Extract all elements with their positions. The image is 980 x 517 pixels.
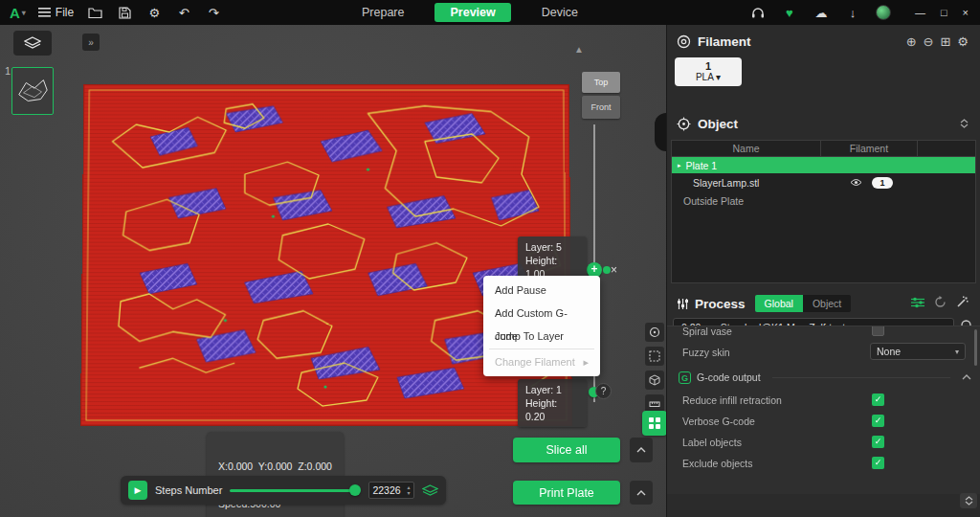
close-button[interactable]: × [963, 7, 969, 18]
steps-value-box[interactable]: 22326 ▴ ▾ [368, 482, 414, 499]
tune-icon [911, 297, 924, 308]
setting-label: Verbose G-code [682, 416, 755, 427]
steps-slider[interactable] [230, 484, 361, 496]
app-logo[interactable]: A▾ [10, 5, 26, 21]
menu-item-add-pause[interactable]: Add Pause [483, 279, 600, 302]
chevron-up-icon[interactable] [962, 374, 971, 380]
assembly-button[interactable] [645, 371, 664, 390]
setting-row-verbose-gcode: Verbose G-code ✓ [667, 411, 980, 432]
help-button[interactable]: ? [595, 383, 612, 399]
filament-spool-icon [677, 34, 691, 49]
panel-expand-button[interactable] [960, 493, 977, 508]
favorite-button[interactable]: ♥ [781, 4, 798, 21]
preview-viewport[interactable]: » 1 [0, 25, 666, 517]
open-file-button[interactable] [86, 4, 103, 21]
ruler-icon [649, 398, 660, 410]
menu-item-jump-to-layer[interactable]: Jump To Layer [483, 325, 600, 348]
user-avatar[interactable] [876, 5, 891, 20]
maximize-button[interactable]: □ [941, 7, 947, 18]
setting-label: Exclude objects [682, 458, 753, 469]
steps-slider-knob[interactable] [349, 484, 361, 496]
spiral-vase-checkbox[interactable] [872, 326, 884, 336]
eye-icon [850, 178, 862, 187]
spin-down-icon[interactable]: ▾ [407, 490, 410, 496]
measure-button[interactable] [645, 323, 664, 342]
print-options-button[interactable] [630, 481, 653, 505]
redo-button[interactable]: ↷ [205, 4, 222, 21]
grid-icon [648, 416, 661, 430]
play-button[interactable]: ▶ [128, 481, 147, 500]
exclude-objects-checkbox[interactable]: ✓ [872, 457, 884, 469]
menu-item-add-custom-gcode[interactable]: Add Custom G-code [483, 302, 600, 325]
flush-options-button[interactable]: ⊞ [940, 34, 950, 49]
reset-button[interactable] [934, 296, 947, 311]
plate-thumbnail[interactable] [11, 67, 54, 115]
steps-value[interactable]: 22326 [369, 484, 404, 496]
tab-device[interactable]: Device [532, 3, 588, 22]
column-name: Name [672, 141, 821, 156]
clip-button[interactable] [645, 347, 664, 366]
reduce-infill-retraction-checkbox[interactable]: ✓ [872, 393, 884, 406]
object-collapse-button[interactable] [960, 119, 969, 128]
setting-label: Label objects [682, 437, 742, 448]
steps-slider-track[interactable] [230, 489, 357, 492]
menu-item-change-filament[interactable]: Change Filament ▸ [483, 350, 600, 373]
headset-icon [751, 7, 765, 18]
fuzzy-skin-value: None [877, 346, 955, 357]
slice-all-button[interactable]: Slice all [513, 438, 620, 462]
undo-button[interactable]: ↶ [175, 4, 192, 21]
tab-object[interactable]: Object [803, 295, 851, 312]
filament-badge[interactable]: 1 [872, 177, 893, 189]
display-panel-button[interactable] [642, 411, 666, 436]
visibility-toggle[interactable] [850, 178, 862, 187]
table-row-outside-plate[interactable]: Outside Plate [672, 191, 975, 210]
tune-button[interactable] [911, 297, 924, 311]
settings-scrollbar[interactable] [974, 329, 977, 366]
process-sliders-icon [677, 298, 689, 310]
table-row-model[interactable]: SlayerLamp.stl 1 [672, 173, 975, 191]
process-title: Process [695, 297, 746, 311]
object-title: Object [698, 117, 738, 131]
right-panel: Filament ⊕ ⊖ ⊞ ⚙ 1 PLA ▾ Object Name Fil… [666, 25, 980, 517]
model-name: SlayerLamp.stl [693, 177, 759, 189]
fuzzy-skin-select[interactable]: None ▾ [870, 343, 966, 360]
layers-green-icon[interactable] [422, 484, 438, 497]
tab-preview[interactable]: Preview [434, 3, 510, 22]
support-button[interactable] [749, 4, 767, 21]
remove-filament-button[interactable]: ⊖ [924, 34, 934, 49]
gcode-output-section[interactable]: G G-code output [667, 365, 980, 390]
view-front-button[interactable]: Front [582, 96, 620, 119]
pause-marker-dot[interactable] [603, 266, 611, 274]
tab-prepare[interactable]: Prepare [352, 3, 413, 22]
menu-item-label: Change Filament [495, 350, 575, 373]
slice-options-button[interactable] [630, 438, 653, 462]
cloud-button[interactable]: ☁ [813, 4, 830, 21]
panel-drawer-handle[interactable] [655, 113, 666, 151]
tab-global[interactable]: Global [755, 295, 803, 312]
setting-row-reduce-infill-retraction: Reduce infill retraction ✓ [667, 390, 980, 411]
play-icon: ▶ [135, 485, 142, 495]
chevrons-right-icon: » [88, 37, 94, 48]
save-button[interactable] [116, 4, 133, 21]
file-menu[interactable]: File [38, 6, 74, 19]
arrow-up-icon[interactable]: ▲ [574, 44, 584, 55]
label-objects-checkbox[interactable]: ✓ [872, 436, 884, 448]
download-button[interactable]: ↓ [844, 4, 861, 21]
filament-card[interactable]: 1 PLA ▾ [675, 57, 742, 86]
add-filament-button[interactable]: ⊕ [906, 34, 917, 49]
settings-button[interactable]: ⚙ [145, 4, 163, 21]
table-row-plate[interactable]: ▸ Plate 1 [672, 157, 975, 173]
wizard-button[interactable] [956, 296, 969, 311]
layer-view-button[interactable] [13, 31, 52, 56]
verbose-gcode-checkbox[interactable]: ✓ [872, 415, 884, 427]
minimize-button[interactable]: — [915, 7, 925, 18]
print-plate-button[interactable]: Print Plate [513, 481, 620, 505]
plate-list-expand-button[interactable]: » [82, 34, 100, 51]
filament-settings-button[interactable]: ⚙ [957, 34, 969, 49]
object-target-icon [677, 117, 691, 131]
view-top-button[interactable]: Top [582, 72, 620, 93]
chevron-up-icon [636, 490, 646, 496]
layers-icon [24, 36, 41, 50]
marker-close-icon[interactable]: × [611, 263, 617, 277]
expander-icon[interactable]: ▸ [678, 162, 681, 169]
